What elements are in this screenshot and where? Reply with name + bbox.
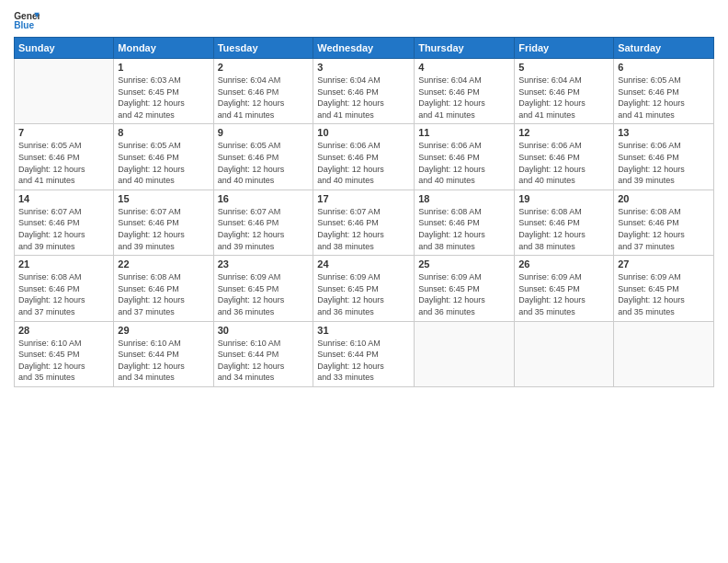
calendar-cell: 18Sunrise: 6:08 AMSunset: 6:46 PMDayligh… xyxy=(415,190,515,255)
logo-icon: General Blue xyxy=(14,9,40,31)
day-number: 5 xyxy=(518,62,609,73)
day-number: 16 xyxy=(218,193,310,204)
calendar-cell: 12Sunrise: 6:06 AMSunset: 6:46 PMDayligh… xyxy=(515,124,614,190)
day-number: 15 xyxy=(118,193,209,204)
calendar-cell: 8Sunrise: 6:05 AMSunset: 6:46 PMDaylight… xyxy=(114,124,213,190)
day-number: 28 xyxy=(18,325,109,336)
day-number: 19 xyxy=(518,193,609,204)
day-info: Sunrise: 6:07 AMSunset: 6:46 PMDaylight:… xyxy=(317,206,410,252)
day-number: 25 xyxy=(418,259,510,270)
calendar-cell: 17Sunrise: 6:07 AMSunset: 6:46 PMDayligh… xyxy=(313,190,415,255)
calendar-cell xyxy=(15,59,114,124)
calendar-cell: 1Sunrise: 6:03 AMSunset: 6:45 PMDaylight… xyxy=(114,59,213,124)
calendar-cell: 31Sunrise: 6:10 AMSunset: 6:44 PMDayligh… xyxy=(313,321,415,386)
calendar-cell xyxy=(415,321,515,386)
day-number: 3 xyxy=(317,62,410,73)
weekday-header-monday: Monday xyxy=(114,38,213,59)
calendar-cell xyxy=(515,321,614,386)
day-info: Sunrise: 6:10 AMSunset: 6:44 PMDaylight:… xyxy=(118,338,209,384)
calendar-cell: 29Sunrise: 6:10 AMSunset: 6:44 PMDayligh… xyxy=(114,321,213,386)
day-number: 21 xyxy=(18,259,109,270)
day-number: 9 xyxy=(218,127,310,138)
day-info: Sunrise: 6:04 AMSunset: 6:46 PMDaylight:… xyxy=(518,75,609,121)
calendar-cell: 10Sunrise: 6:06 AMSunset: 6:46 PMDayligh… xyxy=(313,124,415,190)
day-info: Sunrise: 6:09 AMSunset: 6:45 PMDaylight:… xyxy=(218,271,310,317)
day-number: 26 xyxy=(518,259,609,270)
logo: General Blue xyxy=(14,9,40,31)
day-number: 27 xyxy=(618,259,710,270)
weekday-header-wednesday: Wednesday xyxy=(313,38,415,59)
day-info: Sunrise: 6:05 AMSunset: 6:46 PMDaylight:… xyxy=(118,140,209,186)
calendar-cell: 26Sunrise: 6:09 AMSunset: 6:45 PMDayligh… xyxy=(515,256,614,321)
day-number: 31 xyxy=(317,325,410,336)
day-number: 20 xyxy=(618,193,710,204)
page-container: General Blue SundayMondayTuesdayWednesda… xyxy=(0,0,728,563)
calendar-cell: 4Sunrise: 6:04 AMSunset: 6:46 PMDaylight… xyxy=(415,59,515,124)
calendar-cell: 19Sunrise: 6:08 AMSunset: 6:46 PMDayligh… xyxy=(515,190,614,255)
calendar-week-row: 28Sunrise: 6:10 AMSunset: 6:45 PMDayligh… xyxy=(15,321,714,386)
calendar-cell: 14Sunrise: 6:07 AMSunset: 6:46 PMDayligh… xyxy=(15,190,114,255)
weekday-header-friday: Friday xyxy=(515,38,614,59)
day-number: 8 xyxy=(118,127,209,138)
calendar-week-row: 7Sunrise: 6:05 AMSunset: 6:46 PMDaylight… xyxy=(15,124,714,190)
day-number: 17 xyxy=(317,193,410,204)
day-number: 2 xyxy=(218,62,310,73)
calendar-cell: 5Sunrise: 6:04 AMSunset: 6:46 PMDaylight… xyxy=(515,59,614,124)
day-number: 12 xyxy=(518,127,609,138)
day-number: 11 xyxy=(418,127,510,138)
day-number: 13 xyxy=(618,127,710,138)
calendar-cell: 3Sunrise: 6:04 AMSunset: 6:46 PMDaylight… xyxy=(313,59,415,124)
calendar-cell: 22Sunrise: 6:08 AMSunset: 6:46 PMDayligh… xyxy=(114,256,213,321)
day-info: Sunrise: 6:09 AMSunset: 6:45 PMDaylight:… xyxy=(618,271,710,317)
calendar-cell: 21Sunrise: 6:08 AMSunset: 6:46 PMDayligh… xyxy=(15,256,114,321)
calendar-cell: 28Sunrise: 6:10 AMSunset: 6:45 PMDayligh… xyxy=(15,321,114,386)
calendar-cell xyxy=(614,321,714,386)
calendar-cell: 16Sunrise: 6:07 AMSunset: 6:46 PMDayligh… xyxy=(213,190,313,255)
day-info: Sunrise: 6:07 AMSunset: 6:46 PMDaylight:… xyxy=(218,206,310,252)
calendar-cell: 2Sunrise: 6:04 AMSunset: 6:46 PMDaylight… xyxy=(213,59,313,124)
calendar-cell: 30Sunrise: 6:10 AMSunset: 6:44 PMDayligh… xyxy=(213,321,313,386)
calendar-week-row: 14Sunrise: 6:07 AMSunset: 6:46 PMDayligh… xyxy=(15,190,714,255)
day-info: Sunrise: 6:03 AMSunset: 6:45 PMDaylight:… xyxy=(118,75,209,121)
weekday-header-thursday: Thursday xyxy=(415,38,515,59)
weekday-header-row: SundayMondayTuesdayWednesdayThursdayFrid… xyxy=(15,38,714,59)
day-info: Sunrise: 6:04 AMSunset: 6:46 PMDaylight:… xyxy=(317,75,410,121)
day-number: 1 xyxy=(118,62,209,73)
day-number: 23 xyxy=(218,259,310,270)
calendar-cell: 9Sunrise: 6:05 AMSunset: 6:46 PMDaylight… xyxy=(213,124,313,190)
calendar-cell: 23Sunrise: 6:09 AMSunset: 6:45 PMDayligh… xyxy=(213,256,313,321)
calendar-week-row: 21Sunrise: 6:08 AMSunset: 6:46 PMDayligh… xyxy=(15,256,714,321)
weekday-header-tuesday: Tuesday xyxy=(213,38,313,59)
day-number: 24 xyxy=(317,259,410,270)
calendar-cell: 27Sunrise: 6:09 AMSunset: 6:45 PMDayligh… xyxy=(614,256,714,321)
day-info: Sunrise: 6:09 AMSunset: 6:45 PMDaylight:… xyxy=(418,271,510,317)
calendar-cell: 13Sunrise: 6:06 AMSunset: 6:46 PMDayligh… xyxy=(614,124,714,190)
day-info: Sunrise: 6:05 AMSunset: 6:46 PMDaylight:… xyxy=(218,140,310,186)
day-number: 30 xyxy=(218,325,310,336)
svg-text:Blue: Blue xyxy=(14,20,34,30)
day-info: Sunrise: 6:08 AMSunset: 6:46 PMDaylight:… xyxy=(618,206,710,252)
day-info: Sunrise: 6:04 AMSunset: 6:46 PMDaylight:… xyxy=(218,75,310,121)
day-info: Sunrise: 6:07 AMSunset: 6:46 PMDaylight:… xyxy=(118,206,209,252)
day-info: Sunrise: 6:05 AMSunset: 6:46 PMDaylight:… xyxy=(618,75,710,121)
day-info: Sunrise: 6:09 AMSunset: 6:45 PMDaylight:… xyxy=(317,271,410,317)
day-number: 7 xyxy=(18,127,109,138)
calendar-table: SundayMondayTuesdayWednesdayThursdayFrid… xyxy=(14,37,714,387)
day-info: Sunrise: 6:08 AMSunset: 6:46 PMDaylight:… xyxy=(418,206,510,252)
day-info: Sunrise: 6:07 AMSunset: 6:46 PMDaylight:… xyxy=(18,206,109,252)
day-info: Sunrise: 6:06 AMSunset: 6:46 PMDaylight:… xyxy=(518,140,609,186)
calendar-cell: 25Sunrise: 6:09 AMSunset: 6:45 PMDayligh… xyxy=(415,256,515,321)
weekday-header-saturday: Saturday xyxy=(614,38,714,59)
calendar-cell: 7Sunrise: 6:05 AMSunset: 6:46 PMDaylight… xyxy=(15,124,114,190)
calendar-cell: 24Sunrise: 6:09 AMSunset: 6:45 PMDayligh… xyxy=(313,256,415,321)
calendar-week-row: 1Sunrise: 6:03 AMSunset: 6:45 PMDaylight… xyxy=(15,59,714,124)
day-info: Sunrise: 6:09 AMSunset: 6:45 PMDaylight:… xyxy=(518,271,609,317)
day-number: 10 xyxy=(317,127,410,138)
day-number: 18 xyxy=(418,193,510,204)
day-info: Sunrise: 6:06 AMSunset: 6:46 PMDaylight:… xyxy=(317,140,410,186)
weekday-header-sunday: Sunday xyxy=(15,38,114,59)
calendar-cell: 20Sunrise: 6:08 AMSunset: 6:46 PMDayligh… xyxy=(614,190,714,255)
day-info: Sunrise: 6:08 AMSunset: 6:46 PMDaylight:… xyxy=(18,271,109,317)
day-info: Sunrise: 6:05 AMSunset: 6:46 PMDaylight:… xyxy=(18,140,109,186)
day-number: 22 xyxy=(118,259,209,270)
